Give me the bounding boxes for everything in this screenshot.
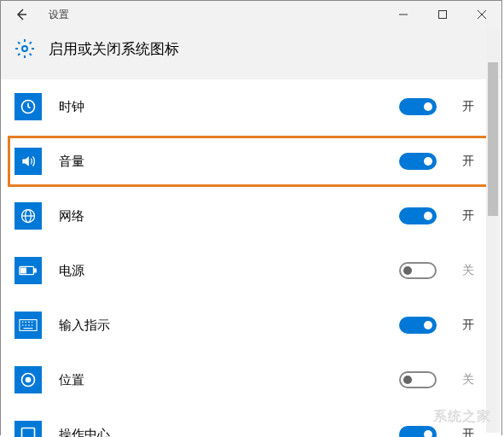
setting-label: 音量 — [59, 154, 382, 170]
toggle-switch[interactable] — [399, 371, 437, 388]
setting-label: 输入指示 — [59, 318, 382, 334]
scrollbar-thumb[interactable] — [488, 62, 498, 216]
page-header: 启用或关闭系统图标 — [1, 28, 501, 79]
location-icon — [14, 366, 42, 393]
setting-label: 时钟 — [59, 99, 382, 115]
svg-rect-1 — [439, 11, 447, 19]
clock-icon — [14, 93, 42, 120]
window-title: 设置 — [42, 8, 384, 22]
close-button[interactable] — [462, 1, 501, 28]
toggle-switch[interactable] — [399, 262, 437, 279]
action-icon — [14, 421, 42, 437]
toggle-state-label: 开 — [462, 154, 488, 169]
page-title: 启用或关闭系统图标 — [49, 39, 179, 59]
svg-point-23 — [26, 378, 31, 382]
minimize-button[interactable] — [384, 1, 423, 28]
setting-row-volume: 音量开 — [1, 134, 501, 189]
toggle-switch[interactable] — [399, 153, 437, 170]
setting-row-action: 操作中心开 — [1, 407, 501, 437]
setting-row-location: 位置关 — [1, 353, 501, 407]
settings-window: 设置 启用或关闭系统图标 时钟开音量开网络开电源关输入指示开位置关操作中心开 系… — [0, 0, 502, 435]
setting-label: 电源 — [59, 263, 382, 279]
setting-row-globe: 网络开 — [1, 189, 501, 243]
volume-icon — [14, 148, 42, 175]
globe-icon — [14, 202, 42, 230]
toggle-switch[interactable] — [399, 98, 437, 115]
scrollbar[interactable] — [486, 28, 500, 433]
titlebar: 设置 — [1, 1, 501, 28]
ime-icon — [14, 312, 42, 339]
toggle-switch[interactable] — [399, 207, 437, 224]
toggle-state-label: 关 — [462, 263, 488, 278]
setting-row-battery: 电源关 — [1, 243, 501, 298]
battery-icon — [14, 257, 42, 284]
back-button[interactable] — [1, 1, 42, 28]
toggle-state-label: 关 — [462, 372, 488, 387]
svg-rect-11 — [34, 269, 36, 272]
svg-point-4 — [22, 46, 27, 51]
maximize-button[interactable] — [423, 1, 462, 28]
setting-row-clock: 时钟开 — [1, 79, 501, 134]
setting-label: 网络 — [59, 208, 382, 224]
settings-list: 时钟开音量开网络开电源关输入指示开位置关操作中心开 — [1, 79, 501, 437]
toggle-state-label: 开 — [462, 427, 488, 437]
setting-label: 位置 — [59, 372, 382, 388]
setting-row-ime: 输入指示开 — [1, 298, 501, 353]
gear-icon — [14, 38, 35, 59]
toggle-state-label: 开 — [462, 208, 488, 224]
svg-rect-10 — [21, 268, 26, 273]
setting-label: 操作中心 — [59, 427, 382, 438]
svg-rect-24 — [22, 428, 35, 438]
toggle-state-label: 开 — [462, 318, 488, 333]
toggle-switch[interactable] — [399, 426, 437, 437]
toggle-state-label: 开 — [462, 99, 488, 114]
toggle-switch[interactable] — [399, 317, 437, 334]
